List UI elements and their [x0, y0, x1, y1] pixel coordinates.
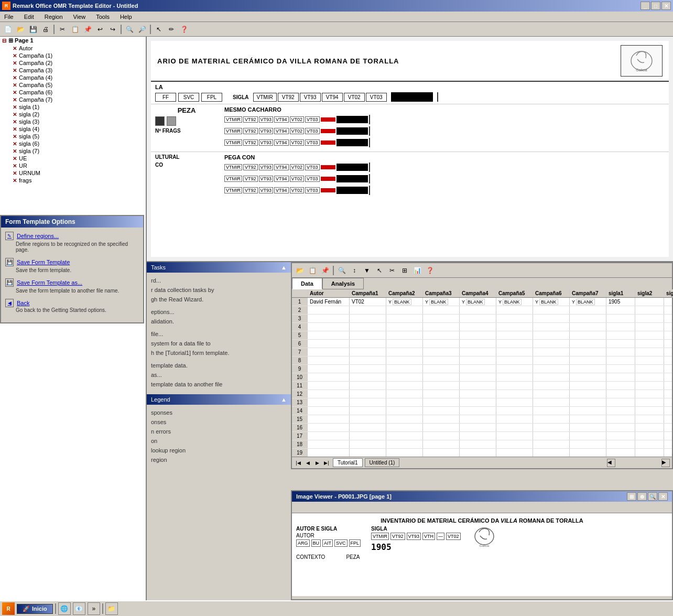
grid-cell[interactable] — [533, 323, 570, 331]
taskbar-inicio-btn[interactable]: 🚀 Inicio — [17, 604, 53, 614]
grid-cell[interactable] — [635, 315, 664, 322]
grid-cell[interactable] — [386, 356, 423, 364]
grid-prev-btn[interactable]: ◀ — [303, 459, 312, 467]
taskbar-more-btn[interactable]: » — [88, 602, 100, 615]
grid-cell[interactable] — [570, 449, 606, 457]
grid-cell[interactable] — [635, 449, 664, 457]
grid-cell[interactable] — [533, 390, 570, 398]
image-viewer-zoom-btn[interactable]: ⊕ — [637, 492, 647, 501]
table-row[interactable]: 3 — [292, 315, 672, 323]
grid-scrollbar-right[interactable]: ▶ — [661, 459, 670, 467]
grid-cell[interactable] — [308, 356, 350, 364]
grid-cell[interactable] — [606, 373, 635, 381]
grid-cell[interactable]: YBLANK — [533, 298, 570, 306]
grid-cell[interactable] — [460, 373, 496, 381]
grid-last-btn[interactable]: ▶| — [322, 459, 331, 467]
grid-cell[interactable] — [386, 398, 423, 406]
grid-cell[interactable] — [460, 331, 496, 339]
grid-cell[interactable] — [635, 306, 664, 314]
grid-cell[interactable] — [606, 323, 635, 331]
grid-cell[interactable] — [570, 407, 606, 415]
grid-cell[interactable] — [664, 407, 672, 415]
tree-item[interactable]: ✕sigla (1) — [0, 103, 146, 111]
grid-cell[interactable] — [664, 356, 672, 364]
dw-open-btn[interactable]: 📂 — [294, 265, 306, 276]
grid-cell[interactable] — [496, 365, 533, 373]
grid-cell[interactable] — [423, 323, 460, 331]
grid-cell[interactable] — [423, 348, 460, 356]
grid-cell[interactable]: David Fernán — [308, 298, 350, 306]
grid-cell[interactable] — [460, 356, 496, 364]
paste-button[interactable]: 📌 — [82, 24, 93, 35]
grid-cell[interactable]: VT02 — [350, 298, 386, 306]
grid-cell[interactable] — [570, 306, 606, 314]
grid-cell[interactable] — [350, 415, 386, 423]
grid-cell[interactable] — [496, 432, 533, 440]
grid-cell[interactable] — [635, 382, 664, 390]
grid-cell[interactable] — [635, 432, 664, 440]
dw-scissors-btn[interactable]: ✂ — [386, 265, 398, 276]
dw-help-btn[interactable]: ❓ — [424, 265, 436, 276]
menu-edit[interactable]: Edit — [22, 13, 36, 21]
dw-sort-btn[interactable]: ↕ — [349, 265, 360, 276]
grid-cell[interactable] — [635, 298, 664, 306]
grid-cell[interactable] — [664, 323, 672, 331]
grid-cell[interactable] — [570, 432, 606, 440]
grid-cell[interactable] — [423, 365, 460, 373]
tree-item[interactable]: ✕URNUM — [0, 169, 146, 177]
tree-item[interactable]: ✕Campaña (6) — [0, 89, 146, 96]
grid-cell[interactable] — [635, 340, 664, 348]
tree-item[interactable]: ✕sigla (3) — [0, 118, 146, 125]
grid-cell[interactable] — [460, 415, 496, 423]
sheet-tab-2[interactable]: Untitled (1) — [365, 458, 400, 467]
grid-cell[interactable] — [570, 323, 606, 331]
grid-cell[interactable] — [664, 432, 672, 440]
grid-cell[interactable] — [496, 315, 533, 322]
table-row[interactable]: 9 — [292, 365, 672, 373]
grid-cell[interactable] — [423, 340, 460, 348]
table-row[interactable]: 19 — [292, 449, 672, 457]
minimize-button[interactable]: _ — [641, 2, 650, 10]
grid-cell[interactable] — [386, 365, 423, 373]
grid-cell[interactable] — [350, 432, 386, 440]
zoom-out-button[interactable]: 🔎 — [136, 24, 148, 35]
grid-cell[interactable] — [423, 306, 460, 314]
save-button[interactable]: 💾 — [27, 24, 39, 35]
title-bar-buttons[interactable]: _ □ ✕ — [641, 2, 671, 10]
grid-cell[interactable]: YBLANK — [570, 298, 606, 306]
save-template-as-link[interactable]: 💾 Save Form Template as... — [5, 278, 139, 287]
tab-analysis[interactable]: Analysis — [322, 278, 364, 289]
grid-cell[interactable] — [570, 390, 606, 398]
dw-find-btn[interactable]: 🔍 — [336, 265, 348, 276]
grid-cell[interactable] — [308, 440, 350, 448]
grid-cell[interactable] — [635, 365, 664, 373]
grid-cell[interactable] — [460, 315, 496, 322]
grid-cell[interactable] — [350, 306, 386, 314]
tree-item[interactable]: ✕Campaña (3) — [0, 67, 146, 74]
grid-cell[interactable] — [460, 390, 496, 398]
grid-cell[interactable] — [308, 365, 350, 373]
grid-cell[interactable] — [308, 306, 350, 314]
grid-cell[interactable] — [570, 373, 606, 381]
grid-cell[interactable] — [533, 440, 570, 448]
sheet-tab-1[interactable]: Tutorial1 — [333, 458, 363, 467]
tree-item[interactable]: ✕sigla (5) — [0, 133, 146, 140]
grid-cell[interactable] — [635, 323, 664, 331]
menu-help[interactable]: Help — [118, 13, 134, 21]
grid-cell[interactable] — [570, 315, 606, 322]
grid-cell[interactable] — [606, 398, 635, 406]
copy-button[interactable]: 📋 — [69, 24, 81, 35]
grid-first-btn[interactable]: |◀ — [294, 459, 302, 467]
grid-cell[interactable] — [496, 356, 533, 364]
grid-cell[interactable] — [308, 373, 350, 381]
tree-item[interactable]: ✕Campaña (2) — [0, 59, 146, 67]
grid-cell[interactable] — [350, 382, 386, 390]
taskbar-folder-btn[interactable]: 📁 — [105, 602, 118, 615]
grid-cell[interactable] — [496, 323, 533, 331]
grid-cell[interactable] — [423, 424, 460, 431]
grid-scrollbar-left[interactable]: ◀ — [607, 459, 615, 467]
grid-cell[interactable] — [423, 382, 460, 390]
grid-cell[interactable] — [496, 373, 533, 381]
grid-cell[interactable] — [635, 390, 664, 398]
grid-cell[interactable] — [460, 306, 496, 314]
